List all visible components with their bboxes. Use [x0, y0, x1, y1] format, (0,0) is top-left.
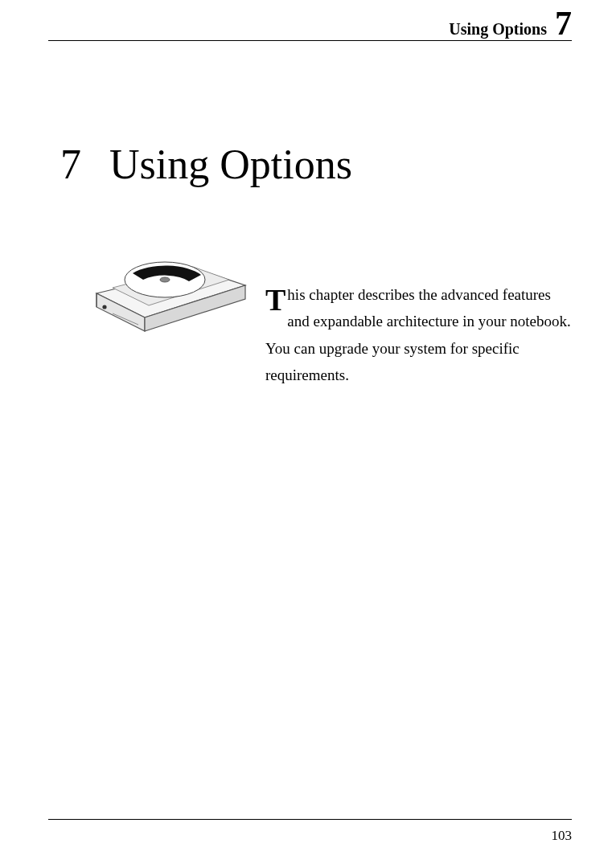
chapter-number: 7 — [60, 141, 81, 188]
page-number: 103 — [552, 828, 573, 844]
running-header: Using Options 7 — [48, 6, 572, 40]
svg-point-5 — [160, 277, 170, 282]
device-illustration — [88, 241, 249, 334]
intro-row: T his chapter describes the advanced fea… — [88, 241, 572, 388]
chapter-title: Using Options — [109, 141, 352, 188]
intro-paragraph: T his chapter describes the advanced fea… — [265, 241, 572, 388]
chapter-heading: 7 Using Options — [60, 141, 572, 188]
header-title: Using Options — [449, 20, 547, 39]
optical-drive-icon — [88, 241, 249, 334]
dropcap: T — [265, 285, 285, 315]
header-chapter-number: 7 — [555, 6, 572, 40]
page: Using Options 7 7 Using Options — [0, 0, 612, 868]
intro-text: his chapter describes the advanced featu… — [265, 286, 571, 383]
header-rule — [48, 40, 572, 41]
svg-point-6 — [102, 305, 106, 309]
footer-rule — [48, 819, 572, 820]
